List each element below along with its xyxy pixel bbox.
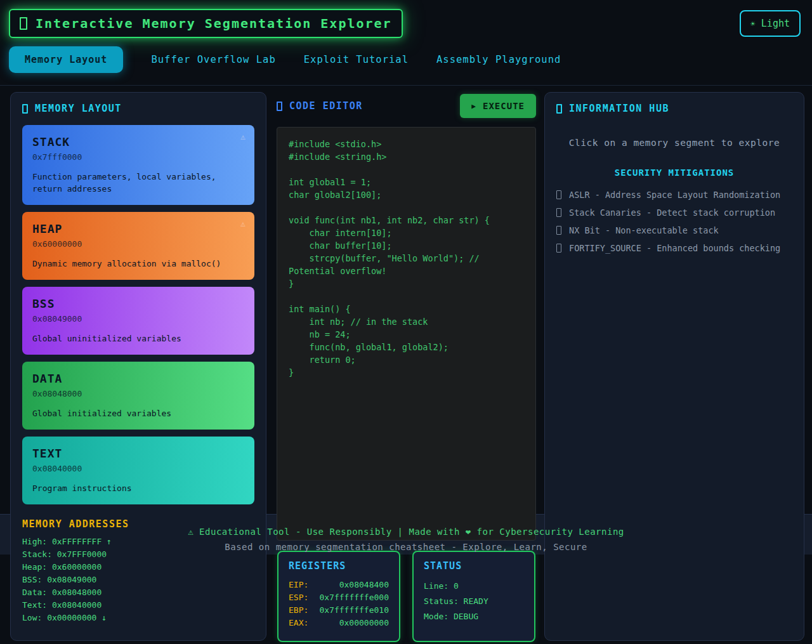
theme-toggle-label: Light (761, 18, 790, 29)
segment-card-heap[interactable]: HEAP 0x60000000 Dynamic memory allocatio… (22, 212, 254, 280)
execute-label: EXECUTE (483, 101, 525, 111)
mitigation-item-aslr: ASLR - Address Space Layout Randomizatio… (556, 186, 792, 204)
tab-exploit-tutorial[interactable]: Exploit Tutorial (304, 54, 409, 65)
address-line-data: Data: 0x08048000 (22, 586, 254, 599)
memory-addresses-title: MEMORY ADDRESSES (22, 518, 254, 530)
segment-card-text[interactable]: TEXT 0x08040000 Program instructions ⚠ (22, 437, 254, 504)
registers-title: REGISTERS (289, 560, 389, 572)
status-line: Line: 0 (424, 579, 524, 594)
code-content: #include <stdio.h> #include <string.h> i… (289, 138, 524, 379)
address-line-low: Low: 0x00000000 ↓ (22, 612, 254, 624)
tab-assembly-playground[interactable]: Assembly Playground (436, 54, 561, 65)
segment-name: STACK (32, 135, 244, 149)
warning-icon: ⚠ (240, 132, 246, 141)
memory-layout-panel: MEMORY LAYOUT STACK 0x7fff0000 Function … (10, 92, 266, 641)
lock-icon (556, 244, 561, 253)
mitigation-text: NX Bit - Non-executable stack (569, 221, 719, 239)
lock-icon (556, 226, 561, 235)
theme-toggle-button[interactable]: ☀ Light (740, 10, 801, 37)
warning-icon: ⚠ (240, 219, 246, 228)
mitigation-item-canaries: Stack Canaries - Detect stack corruption (556, 204, 792, 221)
mitigation-item-nx: NX Bit - Non-executable stack (556, 221, 792, 239)
segment-address: 0x08048000 (32, 388, 244, 400)
register-value: 0x00000000 (339, 617, 389, 629)
address-line-bss: BSS: 0x08049000 (22, 574, 254, 586)
register-value: 0x7fffffffe010 (319, 604, 389, 617)
code-editor-header: CODE EDITOR ▶ EXECUTE (277, 93, 536, 119)
register-name: EBP: (289, 604, 308, 617)
information-hub-title: INFORMATION HUB (569, 103, 669, 114)
information-hub-header: INFORMATION HUB (556, 103, 792, 114)
code-icon (277, 102, 282, 111)
mitigation-text: FORTIFY_SOURCE - Enhanced bounds checkin… (569, 239, 780, 257)
segment-description: Function parameters, local variables, re… (32, 171, 244, 195)
tab-memory-layout[interactable]: Memory Layout (9, 46, 123, 73)
play-icon: ▶ (471, 103, 476, 110)
memory-layout-title: MEMORY LAYOUT (35, 103, 122, 114)
tab-buffer-overflow-lab[interactable]: Buffer Overflow Lab (151, 54, 275, 65)
security-mitigations-title: SECURITY MITIGATIONS (556, 168, 792, 178)
address-line-high: High: 0xFFFFFFFF ↑ (22, 536, 254, 548)
memory-addresses-list: High: 0xFFFFFFFF ↑ Stack: 0x7FFF0000 Hea… (22, 536, 254, 624)
lock-icon (556, 208, 561, 217)
lock-icon (556, 190, 561, 199)
execute-button[interactable]: ▶ EXECUTE (460, 94, 536, 118)
status-title: STATUS (424, 560, 524, 572)
segment-description: Dynamic memory allocation via malloc() (32, 258, 244, 270)
register-name: ESP: (289, 591, 308, 604)
register-name: EIP: (289, 579, 308, 591)
segment-address: 0x08040000 (32, 463, 244, 475)
register-row-ebp: EBP: 0x7fffffffe010 (289, 604, 389, 617)
status-state: Status: READY (424, 594, 524, 609)
register-value: 0x08048400 (339, 579, 389, 591)
address-line-stack: Stack: 0x7FFF0000 (22, 548, 254, 561)
chip-icon (22, 104, 28, 114)
segment-card-bss[interactable]: BSS 0x08049000 Global uninitialized vari… (22, 287, 254, 355)
segment-name: DATA (32, 372, 244, 386)
memory-layout-header: MEMORY LAYOUT (22, 103, 254, 114)
segment-address: 0x7fff0000 (32, 152, 244, 163)
segment-description: Global uninitialized variables (32, 332, 244, 345)
app-title-box: Interactive Memory Segmentation Explorer (9, 9, 403, 38)
register-value: 0x7fffffffe000 (319, 591, 389, 604)
brain-icon (20, 17, 27, 30)
segment-name: HEAP (32, 222, 244, 236)
mitigation-text: ASLR - Address Space Layout Randomizatio… (569, 186, 780, 204)
information-hub-panel: INFORMATION HUB Click on a memory segmen… (544, 92, 804, 641)
address-line-heap: Heap: 0x60000000 (22, 561, 254, 574)
register-row-eax: EAX: 0x00000000 (289, 617, 389, 629)
segment-card-stack[interactable]: STACK 0x7fff0000 Function parameters, lo… (22, 125, 254, 205)
register-name: EAX: (289, 617, 308, 629)
register-row-esp: ESP: 0x7fffffffe000 (289, 591, 389, 604)
mitigation-text: Stack Canaries - Detect stack corruption (569, 204, 775, 221)
mitigation-item-fortify: FORTIFY_SOURCE - Enhanced bounds checkin… (556, 239, 792, 257)
sun-icon: ☀ (750, 20, 756, 28)
segment-name: TEXT (32, 447, 244, 461)
nav-divider (0, 85, 812, 86)
address-line-text: Text: 0x08040000 (22, 599, 254, 612)
book-icon (556, 104, 562, 114)
segment-list: STACK 0x7fff0000 Function parameters, lo… (22, 125, 254, 504)
code-editor-area[interactable]: #include <stdio.h> #include <string.h> i… (277, 127, 536, 541)
security-mitigations-list: ASLR - Address Space Layout Randomizatio… (556, 186, 792, 257)
segment-description: Program instructions (32, 482, 244, 494)
status-mode: Mode: DEBUG (424, 609, 524, 624)
hub-placeholder-text: Click on a memory segment to explore (556, 138, 792, 148)
segment-address: 0x60000000 (32, 239, 244, 250)
registers-panel: REGISTERS EIP: 0x08048400 ESP: 0x7ffffff… (277, 551, 400, 642)
segment-address: 0x08049000 (32, 313, 244, 325)
code-editor-title-row: CODE EDITOR (277, 100, 363, 112)
main-nav: Memory Layout Buffer Overflow Lab Exploi… (9, 46, 561, 74)
segment-card-data[interactable]: DATA 0x08048000 Global initialized varia… (22, 362, 254, 430)
status-panel: STATUS Line: 0 Status: READY Mode: DEBUG (412, 551, 535, 642)
code-editor-title: CODE EDITOR (289, 100, 363, 112)
app-title: Interactive Memory Segmentation Explorer (36, 16, 392, 31)
segment-name: BSS (32, 297, 244, 311)
segment-description: Global initialized variables (32, 407, 244, 419)
register-row-eip: EIP: 0x08048400 (289, 579, 389, 591)
